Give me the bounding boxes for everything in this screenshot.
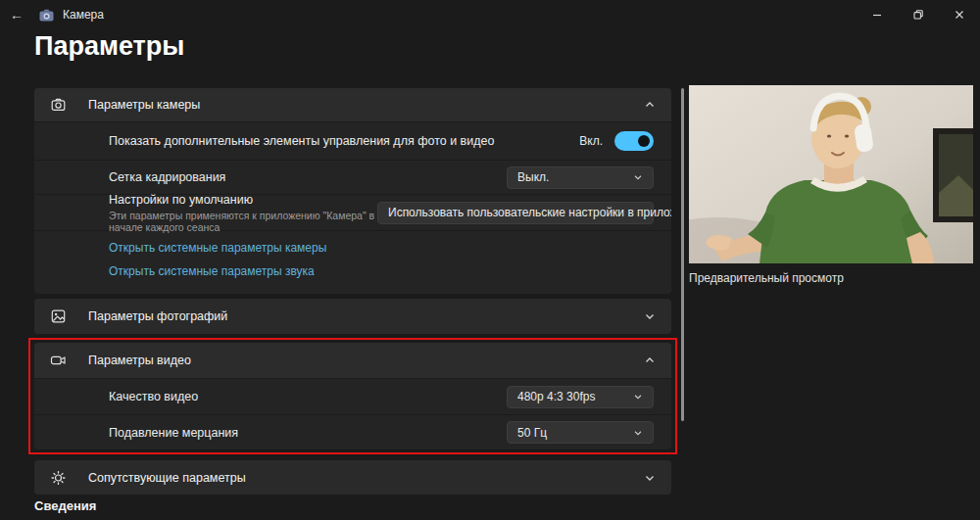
photo-icon [50,308,67,324]
video-settings-title: Параметры видео [88,354,644,367]
gear-icon [50,470,67,486]
camera-preview-panel: Предварительный просмотр [689,85,973,285]
related-settings-title: Сопутствующие параметры [88,471,644,485]
framing-grid-value: Выкл. [517,170,549,184]
toggle-state-label: Вкл. [579,134,603,148]
chevron-down-icon [633,428,643,438]
settings-panel: Параметры камеры Показать дополнительные… [34,88,671,495]
maximize-button[interactable] [898,0,939,29]
toggle-knob [638,135,650,147]
chevron-down-icon [633,392,643,402]
video-quality-value: 480p 4:3 30fps [517,390,595,403]
framing-grid-label: Сетка кадрирования [109,170,225,184]
page-title: Параметры [34,31,184,62]
preview-caption: Предварительный просмотр [689,271,973,285]
chevron-down-icon[interactable] [644,310,656,322]
video-settings-header[interactable]: Параметры видео [34,343,671,378]
chevron-up-icon[interactable] [644,355,656,366]
flicker-reduction-label: Подавление мерцания [109,426,238,440]
video-section-highlight: Параметры видео Качество видео 480p 4:3 … [28,338,677,454]
extra-controls-toggle[interactable] [614,131,654,151]
camera-settings-header[interactable]: Параметры камеры [34,88,671,121]
open-system-camera-settings-link[interactable]: Открыть системные параметры камеры [109,241,654,255]
close-button[interactable] [939,0,980,29]
window-controls [857,0,980,29]
minimize-icon [870,8,884,22]
framing-grid-row: Сетка кадрирования Выкл. [34,160,671,194]
default-settings-value: Использовать пользовательские настройки … [388,206,671,219]
default-settings-description: Эти параметры применяются к приложению "… [109,210,377,233]
chevron-up-icon[interactable] [644,99,656,111]
camera-preview-image [689,85,973,263]
camera-app-icon [39,7,55,23]
back-icon: ← [10,7,24,23]
extra-controls-row: Показать дополнительные элементы управле… [34,121,671,160]
default-settings-label: Настройки по умолчанию [109,193,377,207]
extra-controls-label: Показать дополнительные элементы управле… [109,134,494,148]
video-quality-label: Качество видео [109,390,198,403]
system-links-block: Открыть системные параметры камеры Откры… [34,230,671,294]
vertical-scrollbar[interactable] [681,88,684,421]
video-settings-card: Параметры видео Качество видео 480p 4:3 … [34,343,671,449]
restore-icon [911,8,925,22]
default-settings-row: Настройки по умолчанию Эти параметры при… [34,194,671,230]
flicker-reduction-dropdown[interactable]: 50 Гц [507,421,654,444]
related-settings-card: Сопутствующие параметры [34,460,671,495]
chevron-down-icon [633,172,643,182]
video-quality-dropdown[interactable]: 480p 4:3 30fps [507,386,654,408]
camera-settings-card: Параметры камеры Показать дополнительные… [34,88,671,294]
photo-settings-header[interactable]: Параметры фотографий [34,299,671,334]
photo-settings-title: Параметры фотографий [88,309,644,323]
chevron-down-icon[interactable] [644,472,656,484]
video-quality-row: Качество видео 480p 4:3 30fps [34,378,671,414]
close-icon [953,8,966,22]
window-title: Камера [63,8,104,22]
photo-settings-card: Параметры фотографий [34,299,671,334]
camera-settings-title: Параметры камеры [88,98,644,112]
open-system-sound-settings-link[interactable]: Открыть системные параметры звука [109,264,654,278]
titlebar: ← Камера [0,0,980,29]
default-settings-dropdown[interactable]: Использовать пользовательские настройки … [377,202,654,224]
camera-icon [50,97,67,113]
flicker-reduction-value: 50 Гц [517,426,547,440]
about-section-heading: Сведения [34,498,96,513]
related-settings-header[interactable]: Сопутствующие параметры [34,460,671,495]
framing-grid-dropdown[interactable]: Выкл. [507,166,654,189]
back-button[interactable]: ← [0,0,33,29]
video-camera-icon [50,353,67,368]
flicker-reduction-row: Подавление мерцания 50 Гц [34,414,671,449]
minimize-button[interactable] [857,0,898,29]
